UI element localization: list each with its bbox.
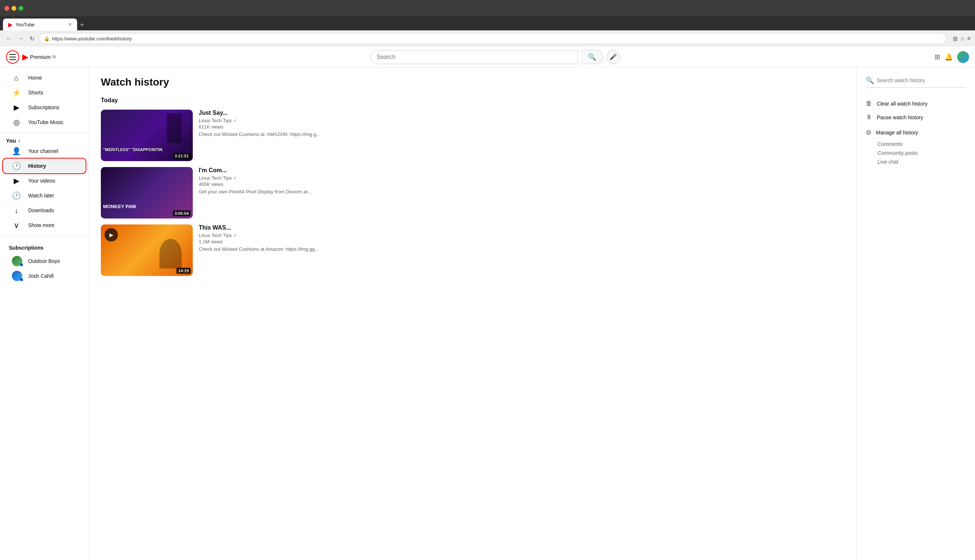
search-history-icon: 🔍 (866, 76, 874, 85)
minimize-button[interactable] (12, 6, 16, 11)
sidebar-label-youtube-music: YouTube Music (28, 119, 64, 125)
channel-name[interactable]: Linus Tech Tips (199, 175, 232, 181)
forward-button[interactable]: → (16, 34, 25, 43)
pause-icon: ⏸ (866, 113, 872, 121)
verified-icon: ✓ (233, 118, 237, 123)
video-title: Just Say... (199, 110, 845, 116)
manage-history-button[interactable]: ⚙ Manage all history (866, 128, 966, 137)
youtube-header: ▶ Premium IN 🔍 🎤 ⊞ 🔔 (0, 47, 975, 67)
search-history-box: 🔍 (866, 76, 966, 88)
youtube-logo[interactable]: ▶ Premium IN (22, 52, 56, 62)
subscription-item-outdoor-boys[interactable]: Outdoor Boys (3, 254, 85, 268)
sidebar-item-show-more[interactable]: ∨ Show more (3, 218, 85, 233)
youtube-app: ▶ Premium IN 🔍 🎤 ⊞ 🔔 ⌂ Home ⚡ Shorts (0, 47, 975, 560)
address-bar[interactable]: 🔒 https://www.youtube.com/feed/history (39, 33, 947, 44)
sidebar-label-watch-later: Watch later (28, 193, 54, 198)
search-input[interactable] (370, 50, 578, 64)
video-thumbnail[interactable]: "MERITLESS" "DISAPPOINTIN 3:21:51 (101, 110, 193, 161)
reload-button[interactable]: ↻ (28, 34, 36, 44)
channel-name[interactable]: Linus Tech Tips (199, 233, 232, 238)
video-views: 1.1M views (199, 239, 845, 245)
sidebar-label-history: History (28, 163, 46, 169)
mic-button[interactable]: 🎤 (606, 50, 620, 64)
star-button[interactable]: ☆ (960, 35, 965, 42)
sidebar: ⌂ Home ⚡ Shorts ▶ Subscriptions ◎ YouTub… (0, 67, 89, 560)
sidebar-item-youtube-music[interactable]: ◎ YouTube Music (3, 115, 85, 130)
show-more-icon: ∨ (12, 221, 21, 230)
search-area: 🔍 🎤 (62, 50, 929, 64)
browser-nav: ← → ↻ 🔒 https://www.youtube.com/feed/his… (0, 30, 975, 47)
sidebar-item-subscriptions[interactable]: ▶ Subscriptions (3, 100, 85, 115)
comments-link[interactable]: Comments (878, 141, 966, 147)
video-thumbnail[interactable]: ▶ 14:19 (101, 225, 193, 276)
subscription-item-josh-cahill[interactable]: Josh Cahill (3, 268, 85, 283)
outdoor-boys-avatar (12, 256, 22, 266)
live-chat-link[interactable]: Live chat (878, 159, 966, 165)
sidebar-item-history[interactable]: 🕐 History (3, 158, 85, 173)
sidebar-item-your-channel[interactable]: 👤 Your channel (3, 144, 85, 158)
subscriptions-section: Subscriptions Outdoor Boys Josh Cahill (0, 239, 89, 286)
channel-name[interactable]: Linus Tech Tips (199, 118, 232, 123)
hamburger-menu-button[interactable] (6, 50, 19, 64)
video-list: "MERITLESS" "DISAPPOINTIN 3:21:51 Just S… (101, 110, 845, 276)
search-history-input[interactable] (877, 77, 966, 83)
sidebar-item-watch-later[interactable]: 🕐 Watch later (3, 188, 85, 203)
downloads-icon: ↓ (12, 206, 21, 215)
sidebar-item-home[interactable]: ⌂ Home (3, 70, 85, 85)
browser-actions: ⊞ ☆ ≡ (953, 35, 970, 42)
video-item: ▶ 14:19 This WAS... Linus Tech Tips ✓ 1.… (101, 225, 845, 276)
sidebar-item-downloads[interactable]: ↓ Downloads (3, 203, 85, 218)
notifications-button[interactable]: 🔔 (945, 53, 953, 61)
clear-history-button[interactable]: 🗑 Clear all watch history (866, 97, 966, 110)
sidebar-label-shorts: Shorts (28, 90, 43, 95)
active-tab[interactable]: ▶ YouTube ✕ (3, 18, 77, 30)
create-button[interactable]: ⊞ (935, 53, 940, 61)
shorts-icon: ⚡ (12, 88, 21, 97)
video-views: 611K views (199, 124, 845, 130)
video-channel: Linus Tech Tips ✓ (199, 118, 845, 123)
sidebar-label-show-more: Show more (28, 222, 55, 228)
video-duration-badge: 3:05:54 (173, 210, 191, 216)
video-views: 465K views (199, 182, 845, 187)
video-item: "MERITLESS" "DISAPPOINTIN 3:21:51 Just S… (101, 110, 845, 161)
section-date-label: Today (101, 97, 845, 104)
search-button[interactable]: 🔍 (581, 50, 603, 64)
outdoor-boys-dot (20, 263, 23, 266)
extensions-button[interactable]: ⊞ (953, 35, 958, 42)
tab-close-button[interactable]: ✕ (68, 22, 72, 27)
sidebar-divider-2 (0, 235, 89, 236)
browser-chrome (0, 0, 975, 16)
you-arrow-icon[interactable]: › (18, 138, 20, 144)
url-text: https://www.youtube.com/feed/history (52, 36, 132, 42)
josh-cahill-dot (20, 278, 23, 281)
manage-history-label: Manage all history (876, 130, 918, 135)
pause-history-button[interactable]: ⏸ Pause watch history (866, 110, 966, 124)
menu-button[interactable]: ≡ (967, 35, 970, 42)
security-icon: 🔒 (44, 36, 50, 42)
maximize-button[interactable] (18, 6, 23, 11)
play-overlay: ▶ (105, 228, 118, 242)
youtube-main: ⌂ Home ⚡ Shorts ▶ Subscriptions ◎ YouTub… (0, 67, 975, 560)
header-actions: ⊞ 🔔 (935, 51, 969, 63)
video-thumbnail[interactable]: MONKEY PAW 3:05:54 (101, 167, 193, 218)
close-button[interactable] (5, 6, 9, 11)
new-tab-button[interactable]: + (77, 20, 87, 30)
tab-youtube-icon: ▶ (8, 21, 13, 28)
video-channel: Linus Tech Tips ✓ (199, 175, 845, 181)
you-label[interactable]: You (6, 137, 16, 144)
clear-history-label: Clear all watch history (877, 101, 928, 107)
trash-icon: 🗑 (866, 100, 872, 107)
sidebar-item-your-videos[interactable]: ▶ Your videos (3, 173, 85, 188)
video-title: This WAS... (199, 225, 845, 231)
hamburger-line-1 (9, 54, 16, 55)
back-button[interactable]: ← (5, 34, 13, 43)
user-avatar[interactable] (957, 51, 969, 63)
sidebar-item-shorts[interactable]: ⚡ Shorts (3, 85, 85, 100)
thumbnail-text-overlay: MONKEY PAW (103, 204, 191, 210)
sidebar-label-your-videos: Your videos (28, 178, 55, 184)
community-posts-link[interactable]: Community posts (878, 150, 966, 156)
hamburger-line-2 (9, 57, 16, 57)
youtube-music-icon: ◎ (12, 118, 21, 127)
logo-area: ▶ Premium IN (6, 50, 56, 64)
you-section: You › (0, 136, 89, 144)
